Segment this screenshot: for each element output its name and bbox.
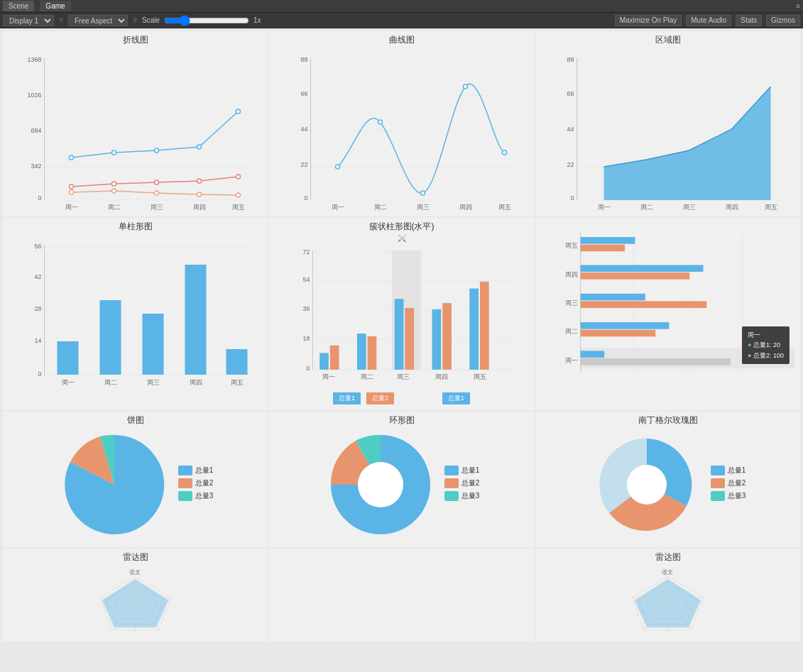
donut-legend-box-1 — [444, 466, 459, 475]
unity-controls-bar: Display 1 ⤊ Free Aspect ⤊ Scale 1x Maxim… — [0, 13, 803, 28]
donut-chart-wrapper: 总量1 总量2 总量3 — [275, 428, 528, 541]
nightingale-legend-1: 总量1 — [711, 466, 746, 475]
scene-tab[interactable]: Scene — [3, 1, 34, 11]
svg-rect-84 — [226, 349, 248, 375]
svg-text:周一: 周一 — [565, 357, 578, 364]
svg-text:周二: 周二 — [640, 204, 653, 211]
svg-text:56: 56 — [34, 243, 41, 250]
pie-chart-wrapper: 总量1 总量2 总量3 — [9, 428, 262, 541]
svg-text:88: 88 — [567, 56, 574, 63]
svg-text:语文: 语文 — [662, 569, 674, 575]
svg-text:684: 684 — [31, 127, 41, 134]
svg-point-138 — [627, 465, 667, 505]
svg-rect-129 — [581, 272, 690, 280]
svg-text:0: 0 — [307, 365, 310, 372]
svg-text:周三: 周三 — [565, 299, 578, 307]
svg-rect-101 — [319, 353, 329, 369]
grouped-bar-svg: 72 54 36 18 0 — [275, 243, 528, 400]
svg-text:周四: 周四 — [190, 379, 202, 386]
svg-text:语文: 语文 — [130, 569, 141, 575]
svg-point-51 — [503, 150, 507, 155]
pie-legend-2: 总量2 — [178, 478, 214, 488]
svg-rect-132 — [581, 322, 670, 329]
nightingale-chart-container: 南丁格尔玫瑰图 总量1 — [535, 412, 800, 547]
svg-text:周四: 周四 — [726, 204, 738, 211]
svg-text:周五: 周五 — [232, 204, 245, 211]
svg-text:88: 88 — [300, 56, 307, 63]
curve-chart-container: 曲线图 88 66 44 22 0 周一 周二 周三 周四 周五 — [269, 31, 534, 216]
legend-3: 总量1 — [442, 392, 470, 404]
scale-slider[interactable] — [164, 17, 249, 24]
svg-point-25 — [236, 175, 241, 179]
svg-text:44: 44 — [567, 126, 574, 133]
svg-text:周一: 周一 — [332, 204, 344, 211]
svg-rect-130 — [581, 294, 645, 301]
svg-text:42: 42 — [34, 273, 41, 280]
svg-rect-133 — [581, 330, 656, 337]
svg-rect-103 — [357, 334, 366, 370]
display-select[interactable]: Display 1 — [3, 15, 54, 26]
svg-point-24 — [197, 179, 202, 183]
svg-text:周四: 周四 — [435, 373, 448, 380]
svg-rect-131 — [581, 301, 707, 308]
maximize-btn[interactable]: Maximize On Play — [615, 15, 682, 26]
aspect-select[interactable]: Free Aspect — [68, 15, 128, 26]
legend-box-3 — [178, 491, 192, 501]
radar-1-svg: 语文 — [9, 565, 262, 636]
svg-rect-104 — [368, 336, 377, 370]
nightingale-legend-3: 总量3 — [711, 491, 746, 501]
tooltip-val1: ● 总量1: 20 — [748, 340, 784, 350]
pie-legend: 总量1 总量2 总量3 — [178, 466, 214, 504]
area-chart-title: 区域图 — [541, 34, 794, 46]
empty-cell — [269, 549, 534, 641]
stats-btn[interactable]: Stats — [736, 15, 762, 26]
line-chart-container: 折线图 1368 1026 684 342 0 周一 周二 周三 — [3, 31, 268, 216]
svg-text:周一: 周一 — [65, 204, 78, 211]
svg-text:1368: 1368 — [27, 56, 41, 63]
svg-point-48 — [378, 120, 383, 124]
svg-rect-109 — [442, 303, 452, 370]
svg-text:14: 14 — [34, 337, 41, 344]
svg-rect-135 — [581, 351, 605, 358]
donut-chart-title: 环形图 — [275, 414, 528, 426]
donut-legend-3: 总量3 — [444, 491, 480, 501]
svg-text:1026: 1026 — [27, 92, 41, 99]
legend-2: 总量2 — [366, 392, 394, 404]
svg-rect-110 — [469, 289, 479, 370]
svg-text:周四: 周四 — [459, 204, 472, 211]
line-chart-svg: 1368 1026 684 342 0 周一 周二 周三 周四 周五 — [9, 48, 262, 211]
svg-text:周二: 周二 — [104, 379, 117, 386]
svg-text:周四: 周四 — [565, 271, 578, 278]
pie-chart-title: 饼图 — [9, 414, 262, 426]
curve-chart-title: 曲线图 — [275, 34, 528, 46]
svg-rect-136 — [581, 358, 731, 365]
nightingale-legend: 总量1 总量2 总量3 — [711, 466, 746, 504]
svg-text:周三: 周三 — [397, 373, 410, 380]
svg-text:66: 66 — [567, 90, 574, 97]
donut-legend: 总量1 总量2 总量3 — [444, 466, 480, 504]
pie-svg — [58, 428, 171, 541]
svg-text:44: 44 — [300, 126, 307, 133]
donut-legend-1: 总量1 — [444, 466, 480, 475]
bar-tooltip: 周一 ● 总量1: 20 ● 总量2: 100 — [742, 326, 790, 364]
charts-grid: 折线图 1368 1026 684 342 0 周一 周二 周三 — [3, 31, 800, 641]
area-chart-container: 区域图 88 66 44 22 0 周一 周二 周三 周四 周五 — [535, 31, 800, 216]
svg-point-22 — [112, 182, 116, 186]
svg-text:0: 0 — [38, 194, 41, 202]
svg-rect-126 — [581, 237, 635, 244]
game-tab[interactable]: Game — [40, 1, 70, 11]
gizmos-btn[interactable]: Gizmos — [766, 15, 800, 26]
svg-text:周三: 周三 — [417, 204, 430, 211]
svg-text:0: 0 — [570, 194, 574, 202]
scale-value: 1x — [253, 16, 261, 24]
mute-btn[interactable]: Mute Audio — [686, 15, 731, 26]
svg-rect-81 — [100, 300, 121, 375]
nightingale-svg — [590, 428, 704, 541]
donut-chart-container: 环形图 总量1 — [269, 412, 534, 547]
svg-rect-83 — [185, 265, 207, 375]
svg-rect-107 — [405, 308, 414, 370]
svg-text:0: 0 — [304, 194, 307, 202]
svg-point-17 — [112, 150, 116, 155]
scale-label: Scale — [142, 16, 160, 24]
bar-chart-container: 单柱形图 56 42 28 14 0 周一 — [3, 218, 268, 410]
